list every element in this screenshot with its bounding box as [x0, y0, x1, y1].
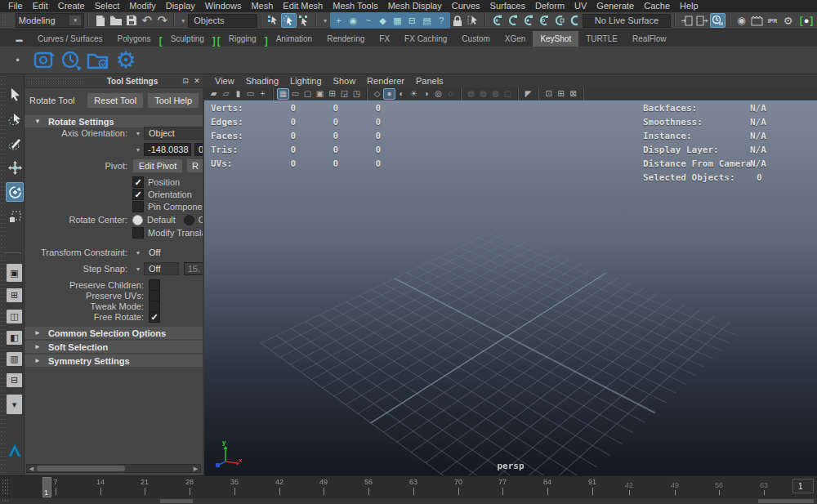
layout-persp-graph-button[interactable]: ▥: [7, 352, 22, 366]
open-scene-icon[interactable]: [108, 13, 123, 28]
menu-windows[interactable]: Windows: [200, 0, 247, 12]
scrollbar-thumb[interactable]: [37, 466, 125, 471]
viewport-menu-lighting[interactable]: Lighting: [284, 76, 328, 86]
plugin-render-button[interactable]: [ ● ]: [796, 13, 817, 28]
keyshot-export-icon[interactable]: [87, 48, 111, 73]
objects-filter-field[interactable]: Objects: [188, 14, 257, 28]
keyshot-render-icon[interactable]: [33, 48, 57, 73]
range-slider[interactable]: [0, 498, 817, 504]
menu-help[interactable]: Help: [675, 0, 703, 12]
menu-mesh[interactable]: Mesh: [246, 0, 278, 12]
viewport-canvas[interactable]: Verts: 0 0 0 Edges: 0 0 0 Faces: 0 0 0 T…: [204, 100, 817, 476]
rotate-center-object-radio[interactable]: [184, 215, 194, 225]
undo-icon[interactable]: ↶: [139, 13, 154, 28]
tool-settings-header[interactable]: Tool Settings ⊡ ✕: [25, 74, 203, 88]
panel-grip[interactable]: [28, 78, 85, 84]
snap-grid-icon[interactable]: [489, 13, 505, 28]
scroll-right-icon[interactable]: ▶: [191, 466, 200, 472]
open-modeling-toolkit-icon[interactable]: [679, 13, 694, 28]
toolbox-grip[interactable]: [0, 74, 5, 475]
new-scene-icon[interactable]: [92, 13, 108, 28]
layout-outliner-persp-button[interactable]: ◧: [7, 331, 22, 345]
shelf-tab-turtle[interactable]: TURTLE: [578, 31, 625, 47]
shelf-tab-polygons[interactable]: Polygons: [109, 31, 158, 47]
shelf-tab-sculpting[interactable]: Sculpting: [163, 31, 212, 47]
shelf-tab-animation[interactable]: Animation: [269, 31, 319, 47]
select-camera-icon[interactable]: ▰: [208, 88, 220, 100]
menu-curves[interactable]: Curves: [447, 0, 485, 12]
free-rotate-checkbox[interactable]: [149, 311, 160, 323]
select-object-icon[interactable]: [281, 13, 297, 28]
mask-surfaces-icon[interactable]: ◆: [376, 13, 390, 28]
viewport-menu-shading[interactable]: Shading: [240, 76, 284, 86]
camera-attributes-icon[interactable]: ▱: [220, 88, 232, 100]
render-current-frame-icon[interactable]: [749, 13, 765, 28]
position-checkbox[interactable]: [132, 176, 144, 188]
axis-orientation-value[interactable]: Object: [144, 127, 204, 140]
selection-mode-expand-icon[interactable]: ▾: [178, 13, 188, 28]
pin-component-pivot-checkbox[interactable]: [132, 201, 144, 212]
shelf-menu-icon[interactable]: •: [10, 53, 25, 68]
snap-view-plane-icon[interactable]: [551, 13, 567, 28]
mask-curves-icon[interactable]: ~: [361, 13, 375, 28]
safe-action-icon[interactable]: ◲: [338, 88, 350, 100]
menu-deform[interactable]: Deform: [530, 0, 569, 12]
reset-tool-button[interactable]: Reset Tool: [87, 92, 144, 109]
lasso-tool[interactable]: [6, 109, 24, 128]
panel-horizontal-scrollbar[interactable]: ◀ ▶: [26, 464, 201, 473]
reset-pivot-button[interactable]: R: [186, 158, 204, 173]
select-component-icon[interactable]: [297, 13, 312, 28]
isolate-select-icon[interactable]: ◤: [522, 88, 534, 100]
open-character-controls-icon[interactable]: [694, 13, 710, 28]
construction-history-icon[interactable]: [710, 13, 725, 28]
chevron-down-icon[interactable]: ▼: [132, 147, 144, 153]
select-hierarchy-icon[interactable]: [266, 13, 281, 28]
soft-selection-section[interactable]: ► Soft Selection: [25, 341, 204, 353]
tool-help-button[interactable]: Tool Help: [147, 92, 199, 109]
mask-dynamics-icon[interactable]: ▤: [420, 13, 434, 28]
resolution-gate-icon[interactable]: ▢: [301, 88, 314, 100]
shelf-tab-fx[interactable]: FX: [372, 31, 397, 47]
rotate-y-field[interactable]: 0.0000: [194, 143, 204, 156]
time-slider-grip[interactable]: [2, 479, 10, 495]
menu-uv[interactable]: UV: [569, 0, 592, 12]
highlight-selection-icon[interactable]: [466, 13, 481, 28]
snap-curve-icon[interactable]: [505, 13, 520, 28]
time-slider[interactable]: 1 7 14 21 28 35 42 49 56 63 70 77 84 91 …: [0, 475, 817, 498]
pane-layout-icon[interactable]: ⊡: [542, 88, 555, 100]
menu-set-selector[interactable]: Modeling ▾: [16, 13, 84, 28]
textured-display-icon[interactable]: ◐: [395, 88, 408, 100]
layout-hypershade-button[interactable]: ⊟: [7, 373, 22, 387]
xray-icon[interactable]: ◍: [465, 88, 477, 100]
ambient-occlusion-icon[interactable]: ◎: [432, 88, 444, 100]
wireframe-display-icon[interactable]: ◇: [371, 88, 383, 100]
status-line-grip[interactable]: [2, 14, 7, 27]
mask-handles-icon[interactable]: +: [332, 13, 346, 28]
symmetry-settings-section[interactable]: ► Symmetry Settings: [25, 355, 204, 367]
shelf-tab-xgen[interactable]: XGen: [498, 31, 534, 47]
film-gate-icon[interactable]: ▭: [289, 88, 301, 100]
menu-display[interactable]: Display: [161, 0, 200, 12]
menu-create[interactable]: Create: [53, 0, 90, 12]
safe-title-icon[interactable]: ◳: [350, 88, 363, 100]
snap-point-icon[interactable]: [520, 13, 536, 28]
menu-edit-mesh[interactable]: Edit Mesh: [278, 0, 328, 12]
rotate-center-default-radio[interactable]: [132, 215, 143, 225]
layout-single-pane-button[interactable]: ▣: [7, 264, 22, 282]
rotate-tool[interactable]: [6, 182, 24, 202]
exposure-icon[interactable]: ◍: [489, 88, 502, 100]
shelf-tab-curves-surfaces[interactable]: Curves / Surfaces: [30, 31, 109, 47]
rotate-x-field[interactable]: -148.0838: [144, 143, 191, 156]
menu-surfaces[interactable]: Surfaces: [485, 0, 530, 12]
orientation-checkbox[interactable]: [132, 189, 144, 200]
shaded-display-icon[interactable]: ●: [383, 88, 395, 100]
make-live-icon[interactable]: [567, 13, 583, 28]
ipr-render-icon[interactable]: IPR: [765, 13, 780, 28]
current-time-field[interactable]: 1: [792, 479, 814, 493]
chevron-down-icon[interactable]: ▼: [132, 266, 144, 272]
mask-expand-icon[interactable]: ▾: [320, 13, 330, 28]
menu-modify[interactable]: Modify: [124, 0, 160, 12]
scroll-left-icon[interactable]: ◀: [27, 466, 36, 472]
range-slider-field[interactable]: [758, 499, 814, 503]
menu-select[interactable]: Select: [90, 0, 125, 12]
